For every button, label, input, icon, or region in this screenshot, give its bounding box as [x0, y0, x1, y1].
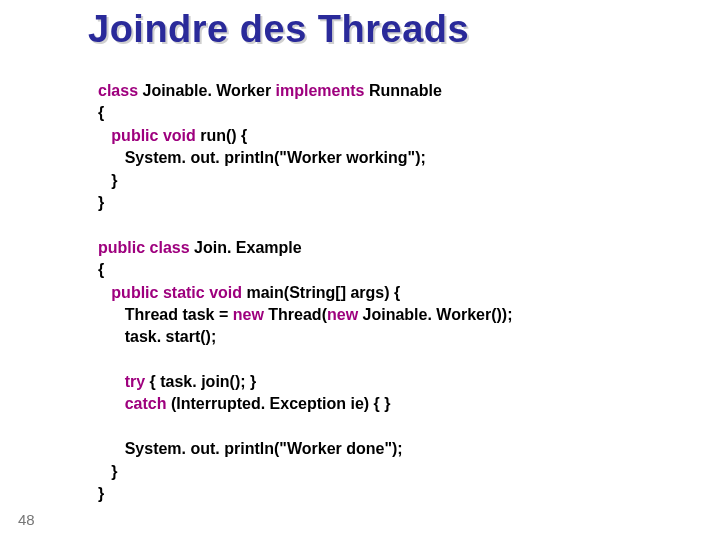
kw-new: new: [327, 306, 358, 323]
code-text: }: [98, 463, 118, 480]
code-text: Join. Example: [190, 239, 302, 256]
kw-implements: implements: [276, 82, 365, 99]
code-text: Runnable: [365, 82, 442, 99]
code-text: {: [98, 261, 104, 278]
code-text: task. start();: [98, 328, 216, 345]
slide: Joindre des Threads class Joinable. Work…: [0, 0, 720, 540]
kw-public-static-void: public static void: [111, 284, 242, 301]
code-text: Joinable. Worker());: [358, 306, 512, 323]
slide-title: Joindre des Threads: [88, 8, 469, 51]
code-text: Thread(: [264, 306, 327, 323]
kw-new: new: [233, 306, 264, 323]
code-text: System. out. println("Worker done");: [98, 440, 403, 457]
kw-public-class: public class: [98, 239, 190, 256]
kw-try: try: [125, 373, 145, 390]
kw-public-void: public void: [111, 127, 195, 144]
code-text: System. out. println("Worker working");: [98, 149, 426, 166]
code-text: Exception ie) { }: [270, 395, 391, 412]
code-text: }: [98, 485, 104, 502]
page-number: 48: [18, 511, 35, 528]
kw-class: class: [98, 82, 138, 99]
code-text: Thread task =: [98, 306, 233, 323]
code-text: main(String[] args) {: [242, 284, 400, 301]
code-text: }: [98, 194, 104, 211]
code-block: class Joinable. Worker implements Runnab…: [98, 80, 512, 505]
code-text: }: [98, 172, 118, 189]
kw-catch: catch: [125, 395, 167, 412]
code-text: run() {: [196, 127, 248, 144]
code-text: .: [261, 395, 270, 412]
code-text: Joinable. Worker: [138, 82, 276, 99]
code-text: (Interrupted: [166, 395, 260, 412]
code-text: {: [98, 104, 104, 121]
code-text: { task. join(); }: [145, 373, 256, 390]
